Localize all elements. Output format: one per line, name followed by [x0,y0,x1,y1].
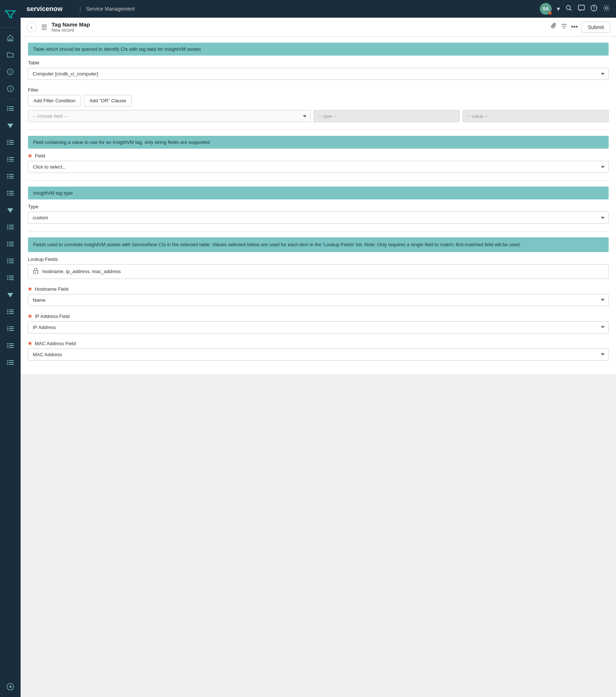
servicenow-logo: servicenow [26,4,74,13]
field-select[interactable]: Click to select... [28,161,609,173]
list-icon-11[interactable] [3,322,18,336]
required-star: ✱ [28,153,32,159]
svg-marker-38 [7,208,13,213]
svg-rect-37 [9,195,14,195]
filter-label: Filter [28,87,609,93]
table-section-header: Table which should be queried to identif… [28,43,609,56]
help-icon[interactable]: ? [590,4,598,14]
svg-rect-0 [9,39,11,41]
svg-rect-8 [9,106,14,107]
nav-triangle-3[interactable] [3,288,18,302]
svg-rect-11 [7,110,8,111]
tag-type-section-header: InsightVM tag type [28,187,609,199]
svg-rect-55 [7,262,8,263]
svg-rect-67 [9,311,14,312]
topbar-chevron-icon[interactable]: ▾ [557,5,560,13]
svg-rect-82 [7,360,8,361]
svg-rect-24 [7,161,8,162]
list-icon-5[interactable] [3,186,18,201]
list-icon-8[interactable] [3,254,18,269]
lookup-field-box: hostname, ip_address, mac_address [28,264,609,279]
divider-2 [28,180,609,181]
svg-rect-76 [7,343,8,344]
search-icon[interactable] [565,4,573,14]
form-panel: Table which should be queried to identif… [21,37,616,374]
svg-rect-32 [7,191,8,192]
svg-rect-31 [9,178,14,178]
type-form-group: Type custom [28,204,609,224]
filter-oper-input [314,110,460,122]
svg-rect-70 [7,326,8,327]
svg-rect-79 [9,345,14,346]
list-icon-2[interactable] [3,135,18,150]
svg-rect-87 [9,364,14,365]
svg-rect-72 [7,328,8,329]
table-select[interactable]: Computer [cmdb_ci_computer] [28,68,609,80]
svg-point-6 [10,87,11,88]
ip-label: ✱ IP Address Field [28,314,609,319]
mac-form-group: ✱ MAC Address Field MAC Address [28,341,609,361]
more-options-icon[interactable]: ••• [571,23,578,31]
svg-marker-63 [7,293,13,297]
list-icon-10[interactable] [3,305,18,319]
nav-triangle-2[interactable] [3,203,18,218]
folder-icon[interactable] [3,47,18,62]
svg-rect-42 [9,227,14,227]
play-icon[interactable] [3,679,18,694]
svg-rect-68 [7,313,8,314]
svg-rect-51 [7,259,8,259]
list-icon-3[interactable] [3,152,18,167]
record-subtitle: New record [52,28,546,33]
svg-point-101 [35,272,36,273]
home-icon[interactable] [3,31,18,45]
chat-icon[interactable] [578,4,585,14]
attachment-icon[interactable] [550,23,557,31]
list-icon-1[interactable] [3,102,18,116]
svg-rect-54 [9,261,14,261]
list-icon-12[interactable] [3,339,18,353]
list-icon-7[interactable] [3,237,18,252]
list-icon-13[interactable] [3,355,18,370]
nav-triangle-1[interactable] [3,118,18,133]
mac-select[interactable]: MAC Address [28,348,609,361]
svg-rect-71 [9,326,14,327]
hostname-select[interactable]: Name [28,294,609,306]
required-star-mac: ✱ [28,341,32,346]
svg-rect-12 [9,110,14,111]
filter-adjust-icon[interactable] [561,23,567,31]
topbar: servicenow | Service Management SA ▾ ? [21,0,616,18]
filter-section: Filter Add Filter Condition Add "OR" Cla… [28,87,609,122]
info-circle-icon-1[interactable] [3,64,18,79]
svg-rect-46 [9,242,14,243]
list-icon-4[interactable] [3,169,18,184]
list-icon-9[interactable] [3,271,18,286]
filter-value-input [463,110,609,122]
svg-rect-25 [9,161,14,162]
info-circle-icon-2[interactable] [3,81,18,96]
type-select[interactable]: custom [28,212,609,224]
filter-field-select[interactable]: -- choose field -- [28,110,311,122]
lock-icon [33,268,39,276]
hostname-form-group: ✱ Hostname Field Name [28,286,609,306]
svg-rect-30 [7,178,8,178]
type-label: Type [28,204,609,209]
submit-button[interactable]: Submit [581,22,610,33]
svg-rect-62 [9,279,14,280]
svg-rect-35 [9,193,14,194]
record-header: ‹ ☰ Tag Name Map New record ••• Submit [21,18,616,37]
add-filter-condition-button[interactable]: Add Filter Condition [28,95,81,106]
add-or-clause-button[interactable]: Add "OR" Clause [84,95,132,106]
svg-rect-84 [7,362,8,363]
svg-rect-66 [7,311,8,312]
ip-select[interactable]: IP Address [28,321,609,333]
back-button[interactable]: ‹ [26,22,37,32]
hamburger-menu[interactable]: ☰ [41,23,47,31]
settings-icon[interactable] [603,4,610,14]
svg-rect-77 [9,343,14,344]
list-icon-6[interactable] [3,220,18,235]
record-header-actions: ••• Submit [550,22,610,33]
svg-rect-78 [7,345,8,346]
svg-rect-18 [7,144,8,145]
filter-sidebar-icon[interactable] [3,7,18,22]
user-avatar[interactable]: SA [540,3,552,15]
